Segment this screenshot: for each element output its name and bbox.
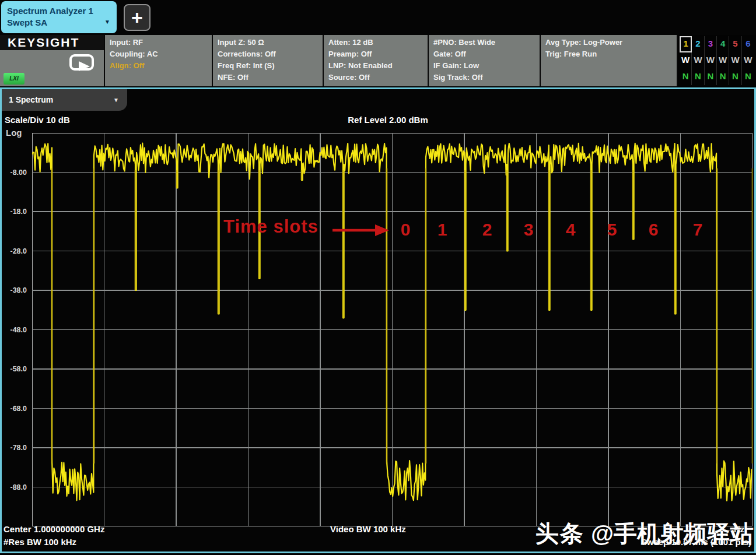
spectrum-analyzer-screen: Spectrum Analyzer 1 Swept SA ▼ + KEYSIGH… [0, 0, 756, 555]
tab-title-line1: Spectrum Analyzer 1 [7, 5, 111, 17]
status-line: Gate: Off [433, 48, 535, 60]
status-line: LNP: Not Enabled [328, 60, 423, 72]
status-line: Input Z: 50 Ω [218, 37, 318, 48]
y-axis-tick-label: -48.0 [0, 326, 27, 334]
trace-indicator-cell[interactable]: 1 [680, 36, 692, 52]
time-slot-label: 6 [649, 220, 659, 240]
status-line: NFE: Off [218, 72, 318, 83]
trace-1-waveform [32, 143, 752, 501]
avg-trig-settings-panel[interactable]: Avg Type: Log-Power Trig: Free Run [541, 35, 677, 86]
status-line: Corrections: Off [218, 48, 318, 60]
trace-indicator-cell[interactable]: N [705, 69, 717, 85]
scale-per-div-readout[interactable]: Scale/Div 10 dB [5, 115, 70, 125]
status-line: Input: RF [110, 37, 207, 48]
watermark-handle: @手机射频驿站 [591, 521, 754, 546]
chevron-down-icon: ▼ [104, 16, 110, 28]
time-slot-label: 0 [401, 220, 411, 240]
trace-indicator-cell[interactable]: W [680, 52, 692, 69]
trace-selector-label: 1 Spectrum [9, 95, 53, 104]
video-bw-readout[interactable]: Video BW 100 kHz [330, 524, 406, 534]
trace-indicator-cell[interactable]: 6 [742, 36, 754, 52]
trace-indicator-cell[interactable]: W [742, 52, 754, 69]
time-slot-label: 2 [482, 220, 492, 240]
trace-indicator-cell[interactable]: W [692, 52, 704, 69]
center-frequency-readout[interactable]: Center 1.000000000 GHz [4, 524, 104, 534]
trace-indicator-panel: 123456WWWWWWNNNNNN [678, 35, 756, 86]
atten-settings-panel[interactable]: Atten: 12 dB Preamp: Off LNP: Not Enable… [324, 35, 428, 86]
time-slots-annotation: Time slots [223, 216, 318, 237]
trace-indicator-cell[interactable]: N [717, 69, 729, 85]
status-line: Sig Track: Off [433, 72, 535, 83]
chevron-down-icon: ▼ [113, 89, 119, 111]
status-line: Source: Off [328, 72, 423, 83]
trace-selector-dropdown[interactable]: 1 Spectrum ▼ [2, 89, 127, 111]
y-axis-tick-label: -58.0 [0, 365, 27, 373]
dialog-bubble-icon[interactable] [69, 54, 94, 76]
status-line: Avg Type: Log-Power [545, 37, 672, 48]
time-slot-label: 1 [438, 220, 447, 240]
impedance-settings-panel[interactable]: Input Z: 50 Ω Corrections: Off Freq Ref:… [213, 35, 323, 86]
trace-indicator-cell[interactable]: N [742, 69, 754, 85]
add-tab-button[interactable]: + [124, 4, 150, 31]
y-axis-tick-label: -8.00 [0, 168, 27, 177]
status-line: #PNO: Best Wide [433, 37, 535, 48]
trace-indicator-cell[interactable]: 3 [705, 36, 717, 52]
ref-level-readout[interactable]: Ref Level 2.00 dBm [271, 115, 505, 125]
trace-indicator-cell[interactable]: 5 [729, 36, 741, 52]
keysight-logo: KEYSIGHT [0, 35, 104, 50]
status-line: IF Gain: Low [433, 60, 535, 72]
trace-indicator-cell[interactable]: 2 [692, 36, 704, 52]
log-scale-label: Log [6, 128, 22, 138]
status-line-align: Align: Off [110, 60, 207, 72]
status-line: Freq Ref: Int (S) [218, 60, 318, 72]
settings-info-bar: KEYSIGHT LXI Input: RF Coupling: AC Alig… [0, 35, 756, 86]
y-axis-tick-label: -18.0 [0, 208, 27, 216]
trace-indicator-cell[interactable]: N [692, 69, 704, 85]
trace-indicator-cell[interactable]: N [680, 69, 692, 85]
lxi-badge: LXI [4, 73, 24, 85]
status-line: Trig: Free Run [545, 48, 672, 60]
time-slot-label: 7 [693, 220, 703, 240]
tab-spectrum-analyzer[interactable]: Spectrum Analyzer 1 Swept SA ▼ [1, 1, 117, 33]
time-slot-label: 4 [566, 220, 576, 240]
trace-indicator-cell[interactable]: W [729, 52, 741, 69]
status-line: Preamp: Off [328, 48, 423, 60]
res-bw-readout[interactable]: #Res BW 100 kHz [4, 537, 76, 547]
status-line: Coupling: AC [110, 48, 207, 60]
spectrum-graticule [32, 133, 752, 526]
trace-indicator-cell[interactable]: W [705, 52, 717, 69]
trace-indicator-cell[interactable]: N [729, 69, 741, 85]
y-axis-tick-label: -28.0 [0, 247, 27, 255]
watermark: 头条 @手机射频驿站 [536, 518, 754, 550]
trace-indicator-cell[interactable]: W [717, 52, 729, 69]
time-slot-label: 5 [607, 220, 617, 240]
keysight-panel: KEYSIGHT LXI [0, 35, 104, 86]
tab-title-line2: Swept SA [7, 17, 111, 29]
y-axis-tick-label: -68.0 [0, 405, 27, 413]
y-axis-tick-label: -88.0 [0, 483, 27, 491]
y-axis-tick-label: -78.0 [0, 444, 27, 452]
watermark-prefix: 头条 [536, 521, 584, 546]
pno-settings-panel[interactable]: #PNO: Best Wide Gate: Off IF Gain: Low S… [429, 35, 540, 86]
trace-indicator-cell[interactable]: 4 [717, 36, 729, 52]
time-slot-label: 3 [524, 220, 534, 240]
tab-bar: Spectrum Analyzer 1 Swept SA ▼ + [0, 0, 756, 35]
y-axis-tick-label: -38.0 [0, 286, 27, 294]
input-settings-panel[interactable]: Input: RF Coupling: AC Align: Off [105, 35, 212, 86]
status-line: Atten: 12 dB [328, 37, 423, 48]
